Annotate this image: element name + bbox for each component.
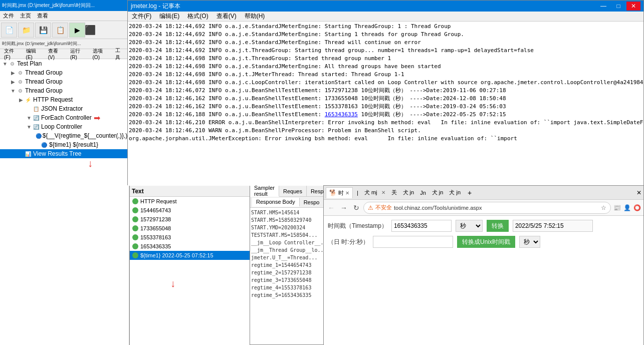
- result-status-icon: [132, 234, 139, 241]
- tree-item-threadgroup1[interactable]: ▶ ⚙ Thread Group: [0, 68, 129, 77]
- jsonextractor-icon: 📋: [32, 105, 40, 113]
- tab-response-body[interactable]: Response Body: [252, 198, 300, 207]
- browser-content-area: 时间戳（Timestamp） 秒 毫秒 转换 （日 时:分:秒） 转换成Unix…: [324, 216, 643, 345]
- testplan-icon: ⚙: [8, 60, 16, 68]
- notepad-menu-edit[interactable]: 编辑(E): [155, 12, 183, 21]
- tree-item-jsonextractor[interactable]: 📋 JSON Extractor: [0, 104, 129, 113]
- sampler-panel: Sampler result Reques Respon Response Bo…: [250, 185, 327, 345]
- browser-tab-1[interactable]: 🐕 时 ✕: [326, 187, 353, 198]
- tree-item-threadgroup2[interactable]: ▶ ⚙ Thread Group: [0, 77, 129, 86]
- notepad-menu-help[interactable]: 帮助(H): [241, 12, 269, 21]
- tree-item-label: Thread Group: [25, 78, 63, 85]
- reader-mode-icon[interactable]: 📰: [612, 203, 621, 212]
- notepad-menu-view[interactable]: 查看(V): [212, 12, 241, 21]
- menu-view[interactable]: 查看: [34, 11, 51, 21]
- browser-tab-6-label[interactable]: 犬 jn: [430, 188, 446, 197]
- tab-sampler-result[interactable]: Sampler result: [250, 186, 279, 197]
- threadgroup-icon: ⚙: [16, 69, 24, 77]
- tree-item-label: Thread Group: [25, 87, 63, 94]
- toolbar-saveas-btn[interactable]: 📋: [52, 23, 68, 38]
- result-status-icon: [132, 207, 139, 214]
- second-menu-options[interactable]: 选项(O): [90, 49, 112, 59]
- browser-forward-btn[interactable]: →: [338, 202, 349, 213]
- tree-item-foreachcontroller[interactable]: ▼ 🔄 ForEach Controller ➡: [0, 113, 129, 122]
- jmeter-second-menubar: 文件(F) 编辑(E) 查看(V) 运行(R) 选项(O) 工具: [0, 49, 129, 59]
- expand-icon: ▶: [18, 97, 24, 103]
- menu-home[interactable]: 主页: [17, 11, 34, 21]
- notepad-title-text: jmeter.log - 记事本: [131, 2, 596, 11]
- notepad-menu-format[interactable]: 格式(O): [183, 12, 212, 21]
- address-url: tool.chinaz.com/Tools/unixtime.aspx: [394, 205, 599, 211]
- tree-item-testplan[interactable]: ▼ ⚙ Test Plan: [0, 59, 129, 68]
- tab-request[interactable]: Reques: [279, 186, 307, 196]
- threadgroup-icon: ⚙: [16, 87, 24, 95]
- notepad-title-buttons: — □ ✕: [596, 2, 640, 11]
- browser-window-close[interactable]: ✕: [636, 189, 641, 196]
- expand-icon: ▼: [2, 61, 8, 67]
- convert-btn[interactable]: 转换: [487, 220, 509, 232]
- tree-item-threadgroup3[interactable]: ▼ ⚙ Thread Group: [0, 86, 129, 95]
- timestamp-label: 时间戳（Timestamp）: [328, 222, 387, 230]
- browser-refresh-btn[interactable]: ↻: [351, 202, 362, 213]
- toolbar-new-btn[interactable]: 📄: [1, 23, 17, 38]
- menu-file[interactable]: 文件: [0, 11, 17, 21]
- browser-tab-5-label[interactable]: Jn: [418, 189, 428, 197]
- red-arrow-down-1: ↓: [88, 158, 93, 169]
- unit-select[interactable]: 秒 毫秒: [456, 220, 483, 232]
- stop-icon: ⬛: [86, 24, 94, 37]
- toolbar-run-btn[interactable]: ▶: [69, 23, 85, 38]
- timestamp-row: 时间戳（Timestamp） 秒 毫秒 转换: [328, 220, 639, 232]
- browser-back-btn[interactable]: ←: [326, 202, 337, 213]
- tree-item-label: Thread Group: [25, 69, 63, 76]
- tree-item-label: View Results Tree: [33, 150, 82, 157]
- convert-result: [513, 220, 593, 232]
- bookmark-icon: ☆: [601, 204, 606, 211]
- tree-item-label: Loop Controller: [41, 123, 82, 130]
- tab-close-1[interactable]: ✕: [345, 190, 349, 196]
- second-menu-edit[interactable]: 编辑(E): [23, 49, 45, 59]
- httprequest-icon: ⚡: [24, 96, 32, 104]
- user-icon[interactable]: 👤: [622, 203, 631, 212]
- extension-icon[interactable]: ⭕: [632, 203, 641, 212]
- tree-item-var1[interactable]: 🔵 ${__V(regtime_${__counter(,)},)}: [0, 131, 129, 140]
- tree-item-var2[interactable]: 🔵 ${time1} ${result1}: [0, 140, 129, 149]
- time-to-unix-row: （日 时:分:秒） 转换成Unix时间戳 秒: [328, 236, 639, 248]
- second-menu-tools[interactable]: 工具: [112, 49, 128, 59]
- expand-icon: ▼: [26, 124, 32, 130]
- browser-tab-2-label[interactable]: 犬 mj: [362, 188, 379, 197]
- notepad-minimize-btn[interactable]: —: [596, 2, 610, 11]
- second-menu-search[interactable]: 查看(V): [45, 49, 67, 59]
- notepad-close-btn[interactable]: ✕: [626, 2, 640, 11]
- second-menu-file[interactable]: 文件(F): [1, 49, 23, 59]
- result-status-icon: [132, 243, 139, 250]
- time-input[interactable]: [373, 236, 453, 248]
- jmeter-toolbar: 📄 📁 💾 📋 ▶ ⬛: [0, 21, 129, 39]
- browser-tab-7-label[interactable]: 犬 jn: [447, 188, 463, 197]
- tree-item-label: ${__V(regtime_${__counter(,)},)}: [43, 132, 129, 139]
- second-menu-run[interactable]: 运行(R): [67, 49, 90, 59]
- to-unix-btn[interactable]: 转换成Unix时间戳: [457, 236, 515, 248]
- address-bar-box[interactable]: ⚠ 不安全 tool.chinaz.com/Tools/unixtime.asp…: [363, 202, 611, 214]
- tab-response-other[interactable]: Respo: [300, 198, 324, 206]
- tree-item-loopcontroller[interactable]: ▼ 🔄 Loop Controller: [0, 122, 129, 131]
- expand-icon: ▶: [10, 70, 16, 76]
- result-status-icon: [132, 216, 139, 223]
- tab-close-2[interactable]: ✕: [381, 190, 385, 195]
- unit-select2[interactable]: 秒: [519, 236, 540, 248]
- toolbar-save-btn[interactable]: 💾: [35, 23, 51, 38]
- browser-address-bar: ← → ↻ ⚠ 不安全 tool.chinaz.com/Tools/unixti…: [324, 200, 643, 216]
- notepad-content: 2020-03-24 18:12:44,692 INFO o.a.j.e.Sta…: [128, 22, 643, 186]
- timestamp-input[interactable]: [391, 220, 452, 232]
- notepad-window: jmeter.log - 记事本 — □ ✕ 文件(F) 编辑(E) 格式(O)…: [127, 0, 644, 185]
- var-icon: 🔵: [40, 141, 48, 149]
- notepad-maximize-btn[interactable]: □: [611, 2, 625, 11]
- tree-item-viewresultstree[interactable]: 📊 View Results Tree: [0, 149, 129, 158]
- sampler-text-content: START.HMS=145614 START.MS=15850329740 ST…: [250, 208, 327, 300]
- browser-tab-add-btn[interactable]: +: [465, 188, 475, 198]
- toolbar-open-btn[interactable]: 📁: [18, 23, 34, 38]
- browser-tab-4-label[interactable]: 犬 jn: [401, 188, 416, 197]
- browser-tab-3-label[interactable]: 关: [389, 188, 399, 197]
- notepad-menu-file[interactable]: 文件(F): [128, 12, 155, 21]
- tree-item-httprequest[interactable]: ▶ ⚡ HTTP Request: [0, 95, 129, 104]
- expand-icon: ▶: [10, 79, 16, 85]
